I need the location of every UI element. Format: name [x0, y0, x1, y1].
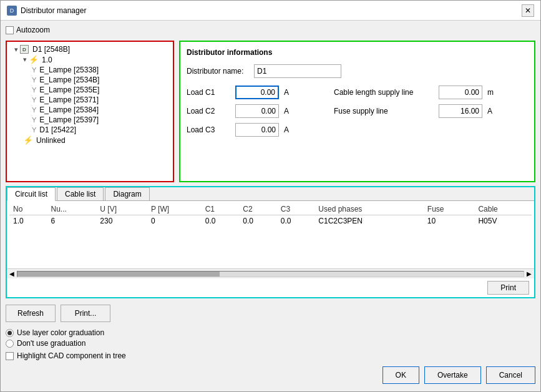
distributor-name-row: Distributor name: [187, 64, 528, 78]
cable-column: Cable length supply line m Fuse supply l… [334, 86, 500, 139]
refresh-button[interactable]: Refresh [6, 305, 56, 322]
tree-item-label: E_Lampe [25338] [39, 66, 99, 74]
cell-c1: 0.0 [202, 215, 240, 227]
cable-length-input[interactable] [439, 86, 482, 99]
bottom-buttons: Refresh Print... [6, 305, 535, 322]
lamp-icon: Υ [32, 76, 36, 84]
col-p: P [W] [147, 203, 202, 215]
cell-c2: 0.0 [239, 215, 277, 227]
tree-item-label: D1 [2548B] [32, 45, 70, 54]
circuit-table-container: No Nu... U [V] P [W] C1 C2 C3 Used phase… [7, 201, 534, 268]
lamp-icon: Υ [32, 96, 36, 104]
lamp-icon: Υ [32, 66, 36, 74]
col-cable: Cable [474, 203, 532, 215]
highlight-label: Highlight CAD component in tree [17, 351, 126, 360]
tree-item[interactable]: ▾ ⚡ 1.0 [9, 54, 170, 65]
loads-column: Load C1 A Load C2 A Load C3 [187, 86, 296, 139]
col-fuse: Fuse [424, 203, 475, 215]
overtake-button[interactable]: Overtake [424, 366, 481, 384]
distributor-info-panel: Distributor informations Distributor nam… [179, 41, 535, 182]
load-c3-label: Load C3 [187, 125, 230, 134]
top-row: ▾ D D1 [2548B] ▾ ⚡ 1.0 Υ E_Lampe [25338] [6, 41, 535, 182]
ok-cancel-row: OK Overtake Cancel [6, 366, 535, 384]
tree-item[interactable]: Υ E_Lampe [25371] [9, 95, 170, 105]
tree-container[interactable]: ▾ D D1 [2548B] ▾ ⚡ 1.0 Υ E_Lampe [25338] [6, 41, 174, 182]
lamp-icon: Υ [32, 86, 36, 94]
cable-length-row: Cable length supply line m [334, 86, 500, 99]
radio-use-graduation-btn[interactable] [6, 329, 14, 337]
radio-no-graduation[interactable]: Don't use graduation [6, 339, 535, 348]
tree-item[interactable]: Υ E_Lampe [2535E] [9, 85, 170, 95]
main-window: D Distributor manager ✕ Autozoom ▾ D D1 … [0, 0, 541, 392]
table-row[interactable]: 1.0 6 230 0 0.0 0.0 0.0 C1C2C3PEN 10 H05… [9, 215, 532, 227]
distributor-name-input[interactable] [254, 64, 341, 78]
tree-item[interactable]: Υ E_Lampe [2534B] [9, 75, 170, 85]
radio-use-graduation-label: Use layer color graduation [17, 328, 104, 337]
radio-group: Use layer color graduation Don't use gra… [6, 328, 535, 348]
cable-length-unit: m [487, 88, 500, 97]
autozoom-row: Autozoom [6, 26, 535, 34]
load-c1-input[interactable] [235, 86, 279, 99]
radio-no-graduation-label: Don't use graduation [17, 339, 85, 348]
load-c1-row: Load C1 A [187, 86, 296, 99]
tab-diagram[interactable]: Diagram [105, 187, 149, 200]
load-c3-input[interactable] [235, 123, 279, 137]
radio-use-graduation[interactable]: Use layer color graduation [6, 328, 535, 337]
load-c2-label: Load C2 [187, 107, 230, 115]
lamp-icon: Υ [32, 106, 36, 114]
cell-no: 1.0 [9, 215, 47, 227]
tree-item-label: E_Lampe [25384] [39, 105, 99, 114]
title-bar: D Distributor manager ✕ [1, 1, 540, 21]
tree-item[interactable]: Υ E_Lampe [25397] [9, 115, 170, 125]
tree-item[interactable]: Υ D1 [25422] [9, 125, 170, 135]
tree-item-label: 1.0 [42, 56, 52, 64]
fuse-label: Fuse supply line [334, 107, 434, 115]
tree-item-label: E_Lampe [25371] [39, 96, 99, 104]
highlight-checkbox[interactable] [6, 352, 14, 360]
lamp-icon: Υ [32, 116, 36, 124]
tab-cable-list[interactable]: Cable list [57, 187, 104, 200]
content-area: Autozoom ▾ D D1 [2548B] ▾ ⚡ 1.0 [1, 21, 540, 391]
fuse-input[interactable] [439, 104, 482, 118]
tree-item-label: Unlinked [36, 136, 66, 145]
radio-no-graduation-btn[interactable] [6, 340, 14, 348]
load-c2-row: Load C2 A [187, 104, 296, 118]
tree-expand-icon: ▾ [23, 56, 27, 64]
close-button[interactable]: ✕ [522, 4, 534, 17]
tab-circuit-list[interactable]: Circuit list [7, 187, 56, 201]
section-title: Distributor informations [187, 48, 528, 57]
tree-expand-icon: ▾ [14, 46, 18, 54]
cell-fuse: 10 [424, 215, 475, 227]
autozoom-checkbox[interactable] [6, 26, 14, 34]
tree-item-label: E_Lampe [2535E] [39, 86, 99, 94]
tree-item[interactable]: Υ E_Lampe [25384] [9, 105, 170, 115]
tab-bar: Circuit list Cable list Diagram [7, 187, 534, 201]
tree-item[interactable]: ▾ D D1 [2548B] [9, 44, 170, 54]
col-nu: Nu... [47, 203, 97, 215]
load-c3-row: Load C3 A [187, 123, 296, 137]
horizontal-scrollbar[interactable]: ◀ ▶ [7, 268, 534, 278]
col-u: U [V] [96, 203, 147, 215]
scroll-left-btn[interactable]: ◀ [9, 270, 14, 277]
tree-item-label: E_Lampe [25397] [39, 115, 99, 124]
scroll-thumb [17, 272, 220, 277]
load-c2-input[interactable] [235, 104, 279, 118]
tree-node-icon: D [20, 45, 29, 54]
bottom-controls: Refresh Print... Use layer color graduat… [6, 302, 535, 386]
ok-button[interactable]: OK [383, 366, 419, 384]
window-title: Distributor manager [21, 6, 86, 15]
tree-item[interactable]: Υ E_Lampe [25338] [9, 65, 170, 75]
print-button[interactable]: Print [487, 281, 529, 295]
load-c2-unit: A [284, 107, 296, 115]
scroll-right-btn[interactable]: ▶ [527, 270, 532, 277]
lamp-icon: Υ [32, 126, 36, 134]
cancel-button[interactable]: Cancel [486, 366, 535, 384]
distributor-name-label: Distributor name: [187, 67, 249, 76]
unlinked-icon: ⚡ [23, 135, 33, 145]
tree-item[interactable]: ⚡ Unlinked [9, 135, 170, 145]
print-dots-button[interactable]: Print... [61, 305, 110, 322]
left-panel: ▾ D D1 [2548B] ▾ ⚡ 1.0 Υ E_Lampe [25338] [6, 41, 174, 182]
scroll-track[interactable] [17, 271, 524, 277]
col-c2: C2 [239, 203, 277, 215]
highlight-row: Highlight CAD component in tree [6, 351, 535, 360]
